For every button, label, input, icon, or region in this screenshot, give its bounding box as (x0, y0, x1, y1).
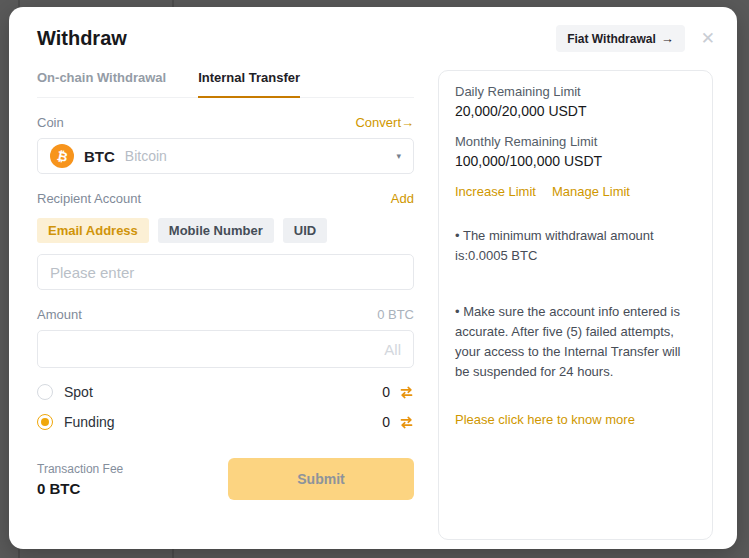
spot-balance-group: 0 (382, 384, 414, 400)
monthly-limit-value: 100,000/100,000 USDT (455, 153, 696, 169)
monthly-limit-label: Monthly Remaining Limit (455, 134, 696, 149)
spot-balance: 0 (382, 384, 390, 400)
tab-onchain-withdrawal[interactable]: On-chain Withdrawal (37, 70, 166, 97)
daily-limit-label: Daily Remaining Limit (455, 84, 696, 99)
withdraw-dialog: Withdraw Fiat Withdrawal → ✕ On-chain Wi… (9, 7, 737, 549)
limits-info-panel: Daily Remaining Limit 20,000/20,000 USDT… (438, 70, 713, 540)
note-account-accuracy: • Make sure the account info entered is … (455, 302, 696, 382)
daily-limit-value: 20,000/20,000 USDT (455, 103, 696, 119)
page-title: Withdraw (37, 27, 127, 50)
spot-label: Spot (64, 384, 93, 400)
manage-limit-link[interactable]: Manage Limit (552, 184, 630, 199)
wallet-selection: Spot 0 Funding 0 (37, 381, 414, 433)
recipient-type-chips: Email Address Mobile Number UID (37, 218, 414, 243)
screen: { "header": { "title": "Withdraw", "fiat… (0, 0, 749, 558)
bullet-icon: • (455, 304, 460, 319)
transaction-fee-value: 0 BTC (37, 480, 123, 497)
coin-label-row: Coin Convert→ (37, 115, 414, 130)
bullet-icon: • (455, 228, 460, 243)
coin-symbol: BTC (84, 148, 115, 165)
convert-link[interactable]: Convert→ (355, 115, 414, 130)
tab-internal-transfer[interactable]: Internal Transfer (198, 70, 300, 97)
tab-bar: On-chain Withdrawal Internal Transfer (37, 70, 414, 98)
convert-link-label: Convert (355, 115, 401, 130)
bitcoin-icon: ₿ (50, 144, 74, 168)
amount-input[interactable] (37, 330, 414, 368)
dialog-header: Withdraw Fiat Withdrawal → ✕ (37, 25, 715, 52)
submit-button[interactable]: Submit (228, 458, 414, 500)
know-more-link[interactable]: Please click here to know more (455, 412, 635, 427)
recipient-account-label: Recipient Account (37, 191, 141, 206)
transaction-fee-block: Transaction Fee 0 BTC (37, 462, 123, 497)
note-minimum-withdrawal: • The minimum withdrawal amount is:0.000… (455, 226, 696, 266)
transaction-fee-label: Transaction Fee (37, 462, 123, 476)
wallet-row-spot: Spot 0 (37, 381, 414, 403)
amount-label: Amount (37, 307, 82, 322)
funding-balance-group: 0 (382, 414, 414, 430)
wallet-row-funding: Funding 0 (37, 411, 414, 433)
amount-label-row: Amount 0 BTC (37, 307, 414, 322)
funding-balance: 0 (382, 414, 390, 430)
chevron-down-icon: ▾ (396, 151, 401, 161)
recipient-input[interactable] (37, 254, 414, 290)
limit-links: Increase Limit Manage Limit (455, 184, 696, 199)
coin-label: Coin (37, 115, 64, 130)
fiat-withdrawal-label: Fiat Withdrawal (567, 32, 656, 46)
form-footer: Transaction Fee 0 BTC Submit (37, 458, 414, 500)
coin-name: Bitcoin (125, 148, 167, 164)
chip-uid[interactable]: UID (283, 218, 327, 243)
withdraw-form: On-chain Withdrawal Internal Transfer Co… (37, 70, 414, 500)
recipient-label-row: Recipient Account Add (37, 191, 414, 206)
spot-radio-option[interactable]: Spot (37, 384, 93, 400)
transfer-icon[interactable] (399, 385, 414, 400)
chip-email-address[interactable]: Email Address (37, 218, 149, 243)
header-actions: Fiat Withdrawal → ✕ (556, 25, 715, 52)
chip-mobile-number[interactable]: Mobile Number (158, 218, 274, 243)
radio-unselected-icon[interactable] (37, 384, 53, 400)
transfer-icon[interactable] (399, 415, 414, 430)
coin-select[interactable]: ₿ BTC Bitcoin ▾ (37, 138, 414, 174)
funding-label: Funding (64, 414, 115, 430)
funding-radio-option[interactable]: Funding (37, 414, 115, 430)
fiat-withdrawal-button[interactable]: Fiat Withdrawal → (556, 25, 685, 52)
close-icon[interactable]: ✕ (701, 30, 715, 47)
increase-limit-link[interactable]: Increase Limit (455, 184, 536, 199)
arrow-right-icon: → (401, 115, 414, 130)
available-balance: 0 BTC (377, 307, 414, 322)
arrow-right-icon: → (661, 31, 674, 46)
radio-selected-icon[interactable] (37, 414, 53, 430)
add-recipient-link[interactable]: Add (391, 191, 414, 206)
